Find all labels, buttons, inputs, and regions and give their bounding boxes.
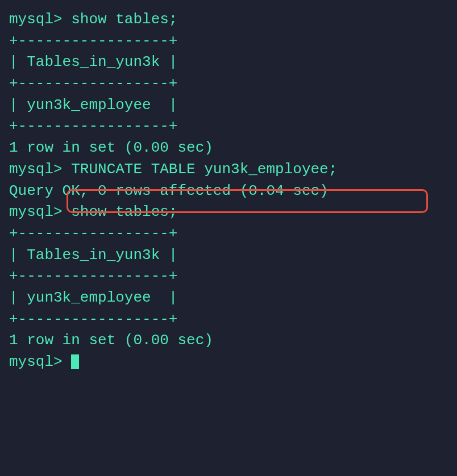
command-line: mysql> show tables;: [9, 9, 448, 31]
active-prompt[interactable]: mysql>: [9, 352, 448, 373]
terminal-output[interactable]: mysql> show tables; +-----------------+ …: [9, 9, 448, 373]
result-summary: 1 row in set (0.00 sec): [9, 330, 448, 352]
table-border: +-----------------+: [9, 73, 448, 95]
cursor-icon: [71, 354, 79, 369]
result-summary: 1 row in set (0.00 sec): [9, 137, 448, 159]
table-border: +-----------------+: [9, 266, 448, 287]
table-border: +-----------------+: [9, 31, 448, 52]
table-header: | Tables_in_yun3k |: [9, 52, 448, 73]
table-border: +-----------------+: [9, 116, 448, 137]
table-header: | Tables_in_yun3k |: [9, 245, 448, 266]
table-row: | yun3k_employee |: [9, 95, 448, 116]
prompt-text: mysql>: [9, 352, 71, 373]
table-border: +-----------------+: [9, 309, 448, 331]
command-line: mysql> show tables;: [9, 202, 448, 223]
command-line-highlighted: mysql> TRUNCATE TABLE yun3k_employee;: [9, 159, 448, 181]
table-border: +-----------------+: [9, 223, 448, 245]
result-summary: Query OK, 0 rows affected (0.04 sec): [9, 181, 448, 202]
table-row: | yun3k_employee |: [9, 287, 448, 309]
